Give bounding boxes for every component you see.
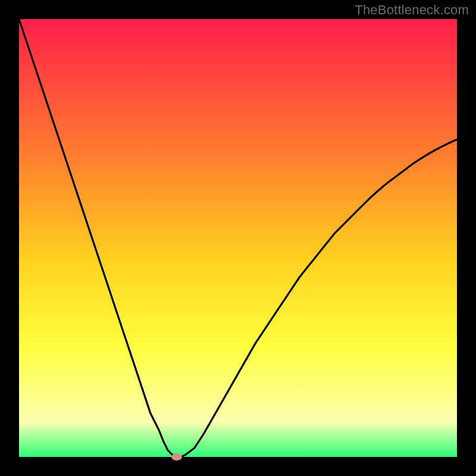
watermark-text: TheBottleneck.com [355, 2, 469, 18]
plot-area [19, 19, 457, 457]
bottleneck-chart [0, 0, 476, 476]
minimum-dot [171, 453, 182, 461]
chart-stage: { "watermark": "TheBottleneck.com", "col… [0, 0, 476, 476]
